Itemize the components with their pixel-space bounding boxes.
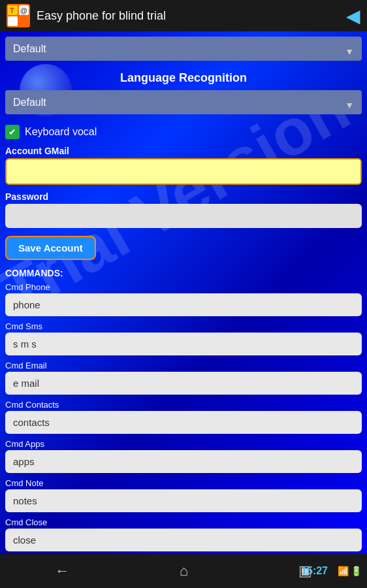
first-dropdown-wrapper: Default — [5, 37, 362, 66]
back-nav-icon[interactable]: ← — [55, 563, 69, 580]
gmail-input[interactable] — [5, 158, 362, 185]
password-label: Password — [5, 191, 362, 202]
second-dropdown-wrapper: Default — [5, 90, 362, 120]
cmd-label-0: Cmd Phone — [5, 282, 362, 292]
home-nav-icon[interactable]: ⌂ — [180, 563, 188, 580]
cmd-input-1[interactable] — [5, 333, 362, 355]
scroll-area: Default Language Recognition Default Key… — [0, 31, 367, 553]
battery-icon: 🔋 — [351, 566, 362, 576]
svg-text:@: @ — [20, 7, 27, 14]
first-dropdown[interactable]: Default — [5, 37, 362, 61]
gmail-label: Account GMail — [5, 146, 362, 156]
commands-header: COMMANDS: — [5, 268, 362, 278]
keyboard-vocal-row[interactable]: Keyboard vocal — [5, 125, 362, 139]
cmd-input-2[interactable] — [5, 372, 362, 395]
password-input[interactable] — [5, 204, 362, 228]
cmd-label-2: Cmd Email — [5, 361, 362, 370]
cmd-input-3[interactable] — [5, 411, 362, 434]
save-account-button[interactable]: Save Account — [5, 236, 96, 260]
cmd-input-4[interactable] — [5, 450, 362, 473]
cmd-label-5: Cmd Note — [5, 478, 362, 488]
signal-strength-icon: 📶 — [338, 566, 349, 576]
cmd-input-6[interactable] — [5, 529, 362, 551]
svg-text:T: T — [10, 7, 14, 14]
app-icon: T @ — [7, 4, 30, 27]
title-bar: T @ Easy phone for blind trial ◀ — [0, 0, 367, 31]
app-title: Easy phone for blind trial — [37, 9, 346, 23]
signal-icons: 📶 🔋 — [338, 566, 362, 576]
cmd-input-5[interactable] — [5, 489, 362, 512]
back-button[interactable]: ◀ — [346, 5, 360, 27]
language-recognition-title: Language Recognition — [5, 71, 362, 85]
svg-rect-4 — [19, 16, 29, 26]
cmd-label-3: Cmd Contacts — [5, 400, 362, 410]
main-content: Trial Version Default Language Recogniti… — [0, 31, 367, 559]
second-dropdown[interactable]: Default — [5, 90, 362, 114]
cmd-label-1: Cmd Sms — [5, 321, 362, 331]
commands-list: Cmd PhoneCmd SmsCmd EmailCmd ContactsCmd… — [5, 282, 362, 553]
keyboard-vocal-checkbox[interactable] — [5, 125, 20, 139]
cmd-input-0[interactable] — [5, 293, 362, 316]
nav-bar: ← ⌂ ▣ 15:27 📶 🔋 — [0, 554, 367, 588]
time-display: 15:27 — [301, 565, 328, 577]
cmd-label-6: Cmd Close — [5, 517, 362, 527]
cmd-label-4: Cmd Apps — [5, 439, 362, 449]
svg-rect-3 — [8, 16, 18, 26]
keyboard-vocal-label: Keyboard vocal — [25, 126, 97, 138]
